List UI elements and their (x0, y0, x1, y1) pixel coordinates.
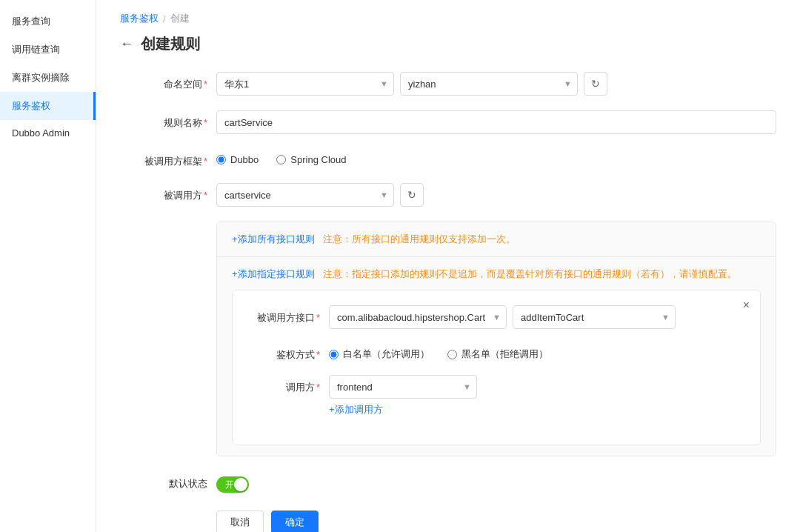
caller-label: 调用方* (247, 375, 329, 394)
blacklist-option[interactable]: 黑名单（拒绝调用） (447, 348, 548, 361)
namespace-select-wrapper: 华东1 华东2 华北1 ▼ (216, 72, 394, 96)
namespace2-select[interactable]: yizhan default (400, 72, 578, 96)
interface-select[interactable]: com.alibabacloud.hipstershop.CartServic.… (329, 305, 507, 329)
add-all-interfaces-link[interactable]: +添加所有接口规则 (232, 233, 315, 245)
sidebar-item-dubbo-admin[interactable]: Dubbo Admin (0, 120, 96, 146)
blacklist-radio[interactable] (447, 350, 457, 359)
whitelist-option[interactable]: 白名单（允许调用） (329, 348, 430, 361)
namespace-select[interactable]: 华东1 华东2 华北1 (216, 72, 394, 96)
caller-select[interactable]: frontend backend checkout (329, 375, 477, 399)
interface-rule-panel: × 被调用方接口* com.alibabacloud.hipstershop.C… (232, 290, 761, 445)
method-select[interactable]: addItemToCart getCart emptyCart (513, 305, 676, 329)
cancel-button[interactable]: 取消 (216, 511, 264, 532)
callee-select[interactable]: cartservice orderservice (216, 183, 394, 207)
callee-interface-control: com.alibabacloud.hipstershop.CartServic.… (329, 305, 745, 329)
framework-row: 被调用方框架* Dubbo Spring Cloud (120, 149, 776, 168)
sidebar-item-service-auth[interactable]: 服务鉴权 (0, 92, 96, 120)
caller-row: 调用方* frontend backend checkout ▼ (247, 375, 745, 416)
method-select-wrapper: addItemToCart getCart emptyCart ▼ (513, 305, 676, 329)
refresh-button[interactable]: ↻ (584, 72, 607, 96)
whitelist-radio[interactable] (329, 350, 339, 359)
auth-method-label: 鉴权方式* (247, 342, 329, 362)
confirm-button[interactable]: 确定 (271, 511, 319, 532)
add-all-section: +添加所有接口规则 注意：所有接口的通用规则仅支持添加一次。 (217, 222, 776, 257)
framework-springcloud-radio[interactable] (276, 155, 286, 164)
callee-refresh-button[interactable]: ↻ (400, 183, 424, 207)
auth-radio-group: 白名单（允许调用） 黑名单（拒绝调用） (329, 342, 745, 361)
framework-dubbo-label: Dubbo (230, 154, 259, 165)
caller-select-wrapper: frontend backend checkout ▼ (329, 375, 477, 399)
rule-name-label: 规则名称* (120, 110, 216, 130)
framework-dubbo-option[interactable]: Dubbo (216, 154, 259, 165)
callee-row: 被调用方* cartservice orderservice ▼ ↻ (120, 183, 776, 207)
add-caller-link[interactable]: +添加调用方 (329, 403, 383, 416)
breadcrumb-parent[interactable]: 服务鉴权 (120, 12, 159, 25)
namespace2-select-wrapper: yizhan default ▼ (400, 72, 578, 96)
rule-name-control (216, 110, 776, 134)
default-status-label: 默认状态 (120, 471, 216, 491)
form-actions: 取消 确定 (120, 511, 776, 532)
default-status-row: 默认状态 开 (120, 471, 776, 493)
sidebar-item-cluster-instance[interactable]: 离群实例摘除 (0, 64, 96, 92)
toggle-thumb (234, 478, 247, 491)
callee-select-wrapper: cartservice orderservice ▼ (216, 183, 394, 207)
interface-select-wrapper: com.alibabacloud.hipstershop.CartServic.… (329, 305, 507, 329)
default-status-toggle[interactable]: 开 (216, 476, 249, 493)
namespace-control: 华东1 华东2 华北1 ▼ yizhan default ▼ ↻ (216, 72, 776, 96)
framework-radio-group: Dubbo Spring Cloud (216, 149, 776, 165)
callee-interface-label: 被调用方接口* (247, 305, 329, 325)
add-specific-section: +添加指定接口规则 注意：指定接口添加的规则不是追加，而是覆盖针对所有接口的通用… (217, 257, 776, 456)
framework-springcloud-label: Spring Cloud (290, 154, 346, 165)
add-specific-note: 注意：指定接口添加的规则不是追加，而是覆盖针对所有接口的通用规则（若有），请谨慎… (323, 268, 737, 279)
toggle-wrapper: 开 (216, 471, 776, 493)
main-content: 服务鉴权 / 创建 ← 创建规则 命名空间* 华东1 华东2 华北1 ▼ (96, 0, 800, 532)
default-status-control: 开 (216, 471, 776, 493)
breadcrumb-current: 创建 (170, 12, 190, 25)
rule-name-row: 规则名称* (120, 110, 776, 134)
namespace-label: 命名空间* (120, 72, 216, 91)
breadcrumb: 服务鉴权 / 创建 (120, 12, 776, 25)
framework-label: 被调用方框架* (120, 149, 216, 168)
rule-name-input[interactable] (216, 110, 776, 134)
caller-control: frontend backend checkout ▼ +添加调用方 (329, 375, 745, 416)
auth-method-control: 白名单（允许调用） 黑名单（拒绝调用） (329, 342, 745, 361)
auth-method-row: 鉴权方式* 白名单（允许调用） 黑名单（拒绝调用） (247, 342, 745, 362)
back-arrow-icon[interactable]: ← (120, 36, 133, 52)
sidebar-item-call-chain[interactable]: 调用链查询 (0, 36, 96, 64)
blacklist-label: 黑名单（拒绝调用） (461, 348, 548, 361)
close-panel-button[interactable]: × (743, 299, 750, 311)
toggle-text: 开 (225, 479, 234, 491)
framework-springcloud-option[interactable]: Spring Cloud (276, 154, 346, 165)
rules-outer: +添加所有接口规则 注意：所有接口的通用规则仅支持添加一次。 +添加指定接口规则… (216, 222, 776, 456)
callee-label: 被调用方* (120, 183, 216, 202)
callee-interface-row: 被调用方接口* com.alibabacloud.hipstershop.Car… (247, 305, 745, 329)
namespace-row: 命名空间* 华东1 华东2 华北1 ▼ yizhan default (120, 72, 776, 96)
rules-container: +添加所有接口规则 注意：所有接口的通用规则仅支持添加一次。 +添加指定接口规则… (216, 222, 776, 456)
breadcrumb-sep: / (163, 13, 166, 24)
add-all-note: 注意：所有接口的通用规则仅支持添加一次。 (323, 233, 516, 245)
framework-control: Dubbo Spring Cloud (216, 149, 776, 165)
sidebar-item-service-query[interactable]: 服务查询 (0, 7, 96, 36)
callee-control: cartservice orderservice ▼ ↻ (216, 183, 776, 207)
sidebar: 服务查询 调用链查询 离群实例摘除 服务鉴权 Dubbo Admin (0, 0, 96, 532)
framework-dubbo-radio[interactable] (216, 155, 226, 164)
add-specific-interfaces-link[interactable]: +添加指定接口规则 (232, 268, 315, 279)
page-title-row: ← 创建规则 (120, 34, 776, 54)
page-title: 创建规则 (141, 34, 200, 54)
whitelist-label: 白名单（允许调用） (343, 348, 430, 361)
